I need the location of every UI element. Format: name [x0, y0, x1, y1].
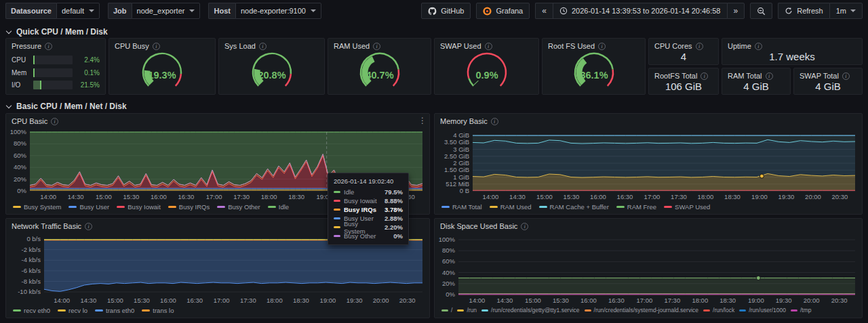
legend-swatch: [168, 206, 176, 208]
legend-item[interactable]: recv lo: [58, 307, 87, 314]
info-icon[interactable]: i: [259, 43, 267, 50]
host-picker[interactable]: Host node-exporter:9100: [208, 3, 321, 19]
panel-disk-space-used-basic: Disk Space Used Basici 0%20%40%60%80%100…: [434, 218, 863, 318]
legend-label: /run/lock: [713, 307, 734, 314]
legend-item[interactable]: /run: [457, 307, 477, 314]
svg-text:-4 kb/s: -4 kb/s: [21, 256, 41, 263]
job-value[interactable]: node_exporter: [132, 3, 201, 19]
tooltip-timestamp: 2026-01-14 19:02:40: [334, 177, 403, 185]
stat-value: 106 GiB: [649, 78, 718, 94]
info-icon[interactable]: i: [153, 43, 160, 50]
tooltip-series-name: Busy Iowait: [344, 197, 381, 204]
stat-value: 4 GiB: [722, 78, 790, 94]
job-picker[interactable]: Job node_exporter: [108, 3, 201, 19]
info-icon[interactable]: i: [85, 223, 92, 230]
legend-item[interactable]: /run/user/1000: [739, 307, 786, 314]
legend-label: Busy User: [79, 203, 109, 211]
info-icon[interactable]: i: [598, 43, 606, 50]
svg-text:14:00: 14:00: [483, 193, 499, 200]
bar-value: 2.4%: [77, 56, 100, 64]
legend-item[interactable]: Busy System: [13, 203, 61, 211]
svg-text:0 B: 0 B: [460, 187, 469, 194]
section-basic-cpu-mem-net-disk[interactable]: Basic CPU / Mem / Net / Disk: [7, 102, 127, 111]
chevron-down-icon: [850, 9, 856, 12]
svg-text:17:30: 17:30: [233, 193, 250, 200]
info-icon[interactable]: i: [485, 43, 492, 50]
grafana-link-button[interactable]: Grafana: [476, 3, 530, 19]
pressure-row-cpu: CPU 2.4%: [12, 55, 100, 65]
zoom-out-button[interactable]: [750, 3, 772, 19]
time-shift-back-button[interactable]: «: [535, 3, 553, 19]
tooltip-row: Busy Other0%: [334, 232, 403, 240]
svg-text:80%: 80%: [442, 246, 456, 254]
info-icon[interactable]: i: [51, 118, 58, 125]
datasource-picker[interactable]: Datasource default: [5, 3, 100, 19]
svg-text:60%: 60%: [442, 257, 456, 265]
legend-item[interactable]: Busy IRQs: [168, 203, 210, 211]
panel-menu-icon[interactable]: ⋮: [418, 116, 427, 125]
svg-text:20.8%: 20.8%: [258, 70, 285, 81]
panel-title[interactable]: CPU Basic: [12, 117, 47, 125]
host-value[interactable]: node-exporter:9100: [235, 3, 321, 19]
legend-label: /run/credentials/getty@tty1.service: [491, 307, 580, 314]
legend-label: RAM Cache + Buffer: [550, 203, 609, 211]
legend-item[interactable]: RAM Used: [490, 203, 532, 211]
pressure-row-io: I/O 21.5%: [12, 80, 100, 90]
legend-item[interactable]: recv eth0: [13, 307, 50, 314]
panel-title[interactable]: Pressure: [12, 42, 41, 50]
legend-item[interactable]: Busy Other: [217, 203, 260, 211]
svg-text:20:30: 20:30: [831, 297, 848, 304]
svg-text:19:00: 19:00: [748, 297, 764, 304]
time-range-text: 2026-01-14 13:39:53 to 2026-01-14 20:46:…: [572, 7, 721, 15]
legend-item[interactable]: trans eth0: [95, 307, 134, 314]
legend-item[interactable]: /run/credentials/getty@tty1.service: [481, 307, 580, 314]
memory-basic-chart[interactable]: 0 B512 MiB1 GiB1.50 GiB2 GiB2.50 GiB3 Gi…: [437, 129, 859, 200]
panel-title[interactable]: Memory Basic: [440, 117, 488, 125]
svg-text:20:30: 20:30: [399, 297, 416, 304]
section-title: Basic CPU / Mem / Net / Disk: [16, 102, 127, 111]
bar-fill: [33, 68, 35, 77]
legend-item[interactable]: RAM Cache + Buffer: [539, 203, 609, 211]
tooltip-row: Busy IRQs3.78%: [334, 205, 403, 214]
legend-label: trans lo: [153, 307, 174, 314]
network-traffic-legend: recv eth0recv lotrans eth0trans lo: [13, 305, 427, 315]
info-icon[interactable]: i: [491, 118, 498, 125]
chevron-down-icon: [311, 9, 316, 12]
refresh-button[interactable]: Refresh: [778, 3, 829, 19]
pressure-bars: CPU 2.4% Mem 0.1% I/O 21.5%: [12, 55, 100, 90]
legend-item[interactable]: RAM Free: [616, 203, 656, 211]
section-quick-cpu-mem-disk[interactable]: Quick CPU / Mem / Disk: [7, 27, 108, 37]
disk-space-chart[interactable]: 0%20%40%60%80%100%14:0014:3015:0015:3016…: [437, 234, 859, 304]
tooltip-series-value: 2.88%: [384, 215, 403, 222]
svg-text:18:00: 18:00: [261, 193, 277, 200]
info-icon[interactable]: i: [521, 223, 528, 230]
legend-item[interactable]: SWAP Used: [664, 203, 710, 211]
legend-item[interactable]: trans lo: [142, 307, 174, 314]
swap-used-gauge: 0.9%: [435, 49, 538, 94]
legend-item[interactable]: /: [441, 307, 452, 314]
panel-title[interactable]: Network Traffic Basic: [12, 222, 81, 230]
bar-label: Mem: [12, 69, 29, 77]
refresh-interval-dropdown[interactable]: 1m: [829, 3, 863, 19]
legend-item[interactable]: /tmp: [791, 307, 812, 314]
legend-item[interactable]: Busy Iowait: [117, 203, 161, 211]
legend-item[interactable]: RAM Total: [441, 203, 482, 211]
info-icon[interactable]: i: [373, 43, 380, 50]
info-icon[interactable]: i: [45, 43, 52, 50]
legend-item[interactable]: Idle: [268, 203, 289, 211]
svg-text:16:00: 16:00: [590, 193, 606, 200]
legend-item[interactable]: /run/credentials/systemd-journald.servic…: [585, 307, 698, 314]
datasource-value[interactable]: default: [56, 3, 100, 19]
bar-value: 0.1%: [77, 69, 100, 77]
tooltip-series-swatch: [334, 191, 340, 193]
time-range-picker[interactable]: 2026-01-14 13:39:53 to 2026-01-14 20:46:…: [553, 3, 727, 19]
time-shift-forward-button[interactable]: »: [727, 3, 745, 19]
github-link-button[interactable]: GitHub: [421, 3, 471, 19]
svg-text:18:30: 18:30: [719, 297, 736, 304]
clock-icon: [559, 7, 568, 15]
legend-swatch: [117, 206, 125, 208]
legend-item[interactable]: Busy User: [68, 203, 109, 211]
legend-item[interactable]: /run/lock: [703, 307, 734, 314]
panel-title[interactable]: Disk Space Used Basic: [440, 222, 517, 230]
panel-sys-load: Sys Loadi 20.8%: [218, 38, 325, 95]
